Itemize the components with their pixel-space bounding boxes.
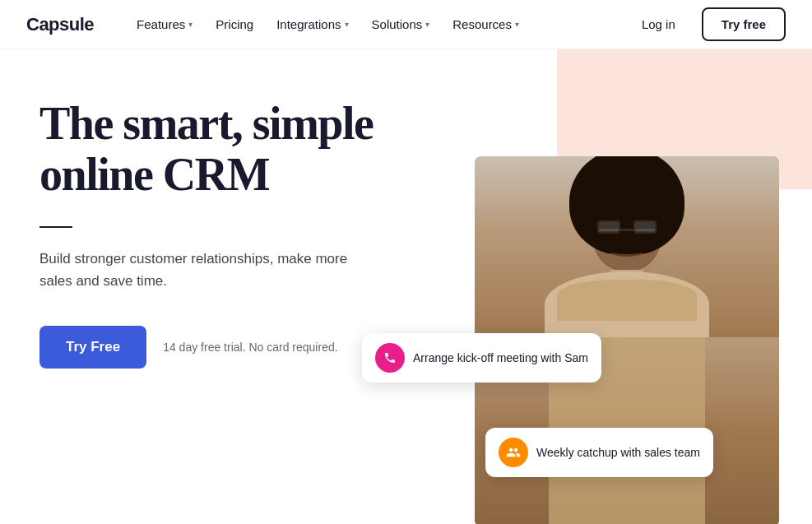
hero-try-free-button[interactable]: Try Free xyxy=(39,326,146,369)
nav-item-integrations[interactable]: Integrations ▾ xyxy=(267,11,358,38)
chevron-down-icon: ▾ xyxy=(425,20,429,29)
hero-trial-text: 14 day free trial. No card required. xyxy=(163,341,337,354)
notification-catchup: Weekly catchup with sales team xyxy=(485,428,713,477)
meeting-icon xyxy=(499,438,528,467)
nav-item-features[interactable]: Features ▾ xyxy=(127,11,202,38)
nav-item-resources[interactable]: Resources ▾ xyxy=(443,11,529,38)
hero-subtitle: Build stronger customer relationships, m… xyxy=(39,248,352,292)
nav-actions: Log in Try free xyxy=(629,7,786,41)
nav-links: Features ▾ Pricing Integrations ▾ Soluti… xyxy=(127,11,629,38)
notification-kickoff-text: Arrange kick-off meeting with Sam xyxy=(413,351,588,364)
hero-section: The smart, simple online CRM Build stron… xyxy=(0,49,812,524)
nav-item-solutions[interactable]: Solutions ▾ xyxy=(362,11,440,38)
notification-kickoff: Arrange kick-off meeting with Sam xyxy=(362,333,601,383)
login-button[interactable]: Log in xyxy=(629,11,689,38)
brand-logo[interactable]: Capsule xyxy=(26,14,94,35)
person-image-top xyxy=(475,156,779,337)
chevron-down-icon: ▾ xyxy=(188,20,193,29)
navbar: Capsule Features ▾ Pricing Integrations … xyxy=(0,0,812,49)
chevron-down-icon: ▾ xyxy=(515,20,519,29)
chevron-down-icon: ▾ xyxy=(345,20,349,29)
hero-content: The smart, simple online CRM Build stron… xyxy=(0,49,477,524)
hero-divider xyxy=(39,226,72,228)
try-free-button[interactable]: Try free xyxy=(702,7,786,41)
nav-item-pricing[interactable]: Pricing xyxy=(206,11,263,38)
hero-title: The smart, simple online CRM xyxy=(39,99,451,200)
notification-catchup-text: Weekly catchup with sales team xyxy=(536,446,700,459)
phone-icon xyxy=(375,343,405,373)
